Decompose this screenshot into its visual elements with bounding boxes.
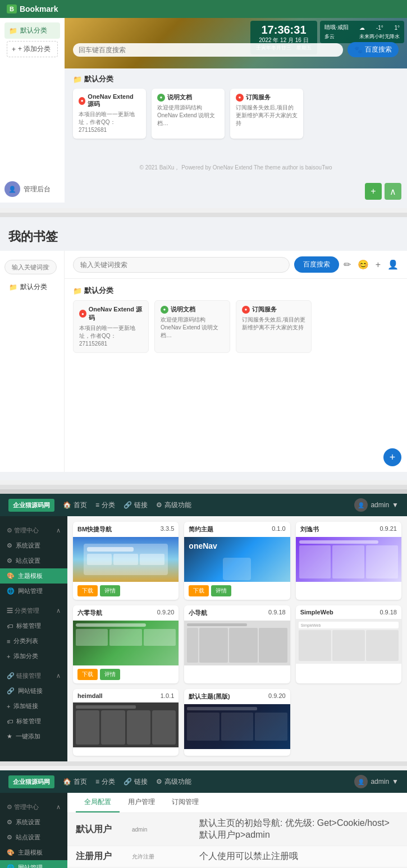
- admin4-row-defaultuser: 默认用户 admin 默认主页的初始导航: 优先级: Get>Cookie/ho…: [67, 813, 407, 846]
- admin4-nav-category[interactable]: ≡ 分类: [95, 777, 115, 787]
- s2-card-0-title: ● OneNav Extend 源码: [79, 305, 143, 322]
- admin4-user: 👤 admin ▼: [354, 775, 399, 788]
- admin3-sidebar-addcat[interactable]: + 添加分类: [0, 649, 67, 664]
- s2-baidu-btn[interactable]: 百度搜索: [294, 256, 339, 273]
- admin3-nav-advanced[interactable]: ⚙ 高级功能: [156, 500, 191, 510]
- s2-fab-btn[interactable]: +: [383, 448, 401, 466]
- admin4-sidebar-sysconfig[interactable]: ⚙ 系统设置: [0, 815, 67, 830]
- bookmark-logo-icon: B: [7, 4, 17, 13]
- admin3-nav-link[interactable]: 🔗 链接: [124, 500, 148, 510]
- admin3-sidebar-sitemanage[interactable]: 🌐 网站管理: [0, 584, 67, 599]
- s1-nav-default[interactable]: 📁 默认分类: [4, 22, 60, 39]
- s2-search-input[interactable]: [4, 260, 57, 274]
- gear-icon3: ⚙: [7, 819, 12, 826]
- admin4-value-defaultuser: 默认主页的初始导航: 优先级: Get>Cookie/host> 默认用户p>a…: [199, 818, 399, 841]
- divider-3: [0, 489, 407, 494]
- admin3-sidebar-sysconfig[interactable]: ⚙ 系统设置: [0, 538, 67, 553]
- s1-baidu-search-btn[interactable]: 🐾 百度搜索: [347, 42, 399, 57]
- theme-simpleweb-version: 0.9.18: [379, 609, 397, 616]
- admin3-sidebar-tags[interactable]: 🏷 标签管理: [0, 618, 67, 633]
- admin3-sidebar-tagmanage[interactable]: 🏷 标签管理: [0, 714, 67, 729]
- s2-edit-icon[interactable]: ✏: [344, 259, 351, 270]
- theme-sixnav-download-btn[interactable]: 下载: [77, 669, 98, 680]
- theme-card-sixnav-header: 六零导航 0.9.20: [73, 605, 179, 621]
- admin3-sidebar-quickadd[interactable]: ★ 一键添加: [0, 729, 67, 744]
- admin4-sidebar-sitemanage[interactable]: 🌐 网站管理: [0, 860, 67, 868]
- admin3-group-label-links[interactable]: 🔗 链接管理 ∧: [0, 668, 67, 683]
- theme-card-simple-header: 简约主题 0.1.0: [184, 522, 290, 537]
- admin4-sidebar-group-management: ⚙ 管理中心 ∧ ⚙ 系统设置 ⚙ 站点设置 🎨 主题模板 🌐 网站管理: [0, 797, 67, 868]
- theme-bm-detail-btn[interactable]: 评情: [100, 585, 120, 596]
- s1-add-category-btn[interactable]: + + 添加分类: [7, 41, 58, 57]
- admin4-tab-users[interactable]: 用户管理: [120, 793, 163, 812]
- weather-icon: ☁: [359, 25, 365, 31]
- admin3-sidebar-addlink[interactable]: + 添加链接: [0, 699, 67, 714]
- s1-card-0-title: ● OneNav Extend 源码: [79, 93, 140, 108]
- s2-add-icon[interactable]: +: [376, 260, 381, 270]
- add-cat-icon: +: [7, 653, 10, 660]
- s2-cards: ● OneNav Extend 源码 本项目的唯一一更新地址，作者QQ：2711…: [73, 300, 399, 353]
- tag-icon: 🏷: [7, 623, 13, 630]
- s2-card-1[interactable]: ● 说明文档 欢迎使用源码结构OneNav Extend 说明文档…: [154, 300, 230, 353]
- admin4-key-defaultuser: admin: [132, 826, 199, 833]
- s2-section-title-text: 默认分类: [84, 286, 113, 296]
- s2-nav-default[interactable]: 📁 默认分类: [4, 279, 60, 295]
- baidu-icon: 🐾: [354, 46, 363, 54]
- theme-card-bm: BM快捷导航 3.3.5: [73, 522, 179, 600]
- theme-liuyishi-preview: [296, 537, 401, 582]
- s1-avatar[interactable]: 👤 管理后台: [4, 181, 51, 197]
- s2-layout: 📁 默认分类 百度搜索 ✏ 😊 + 👤 📁 默认分: [0, 251, 407, 472]
- admin3-nav-category[interactable]: ≡ 分类: [95, 500, 115, 510]
- s1-section-heading: 📁 默认分类: [73, 74, 399, 84]
- theme-sixnav-detail-btn[interactable]: 评情: [100, 669, 120, 680]
- s1-card-2[interactable]: ● 订阅服务 订阅服务失效后,项目的更新维护离不开大家的支持: [230, 89, 303, 139]
- s2-user-icon[interactable]: 😊: [358, 259, 369, 270]
- theme-bm-download-btn[interactable]: 下载: [77, 585, 98, 596]
- admin3-sidebar-siteconfig[interactable]: ⚙ 站点设置: [0, 553, 67, 568]
- network-icon3: 🌐: [7, 864, 15, 868]
- theme-simple-detail-btn[interactable]: 评情: [211, 585, 231, 596]
- site-icon3: ⚙: [7, 834, 12, 841]
- admin3-group-label-management[interactable]: ⚙ 管理中心 ∧: [0, 523, 67, 538]
- link-list-icon: 🔗: [7, 687, 15, 695]
- s2-top-search-input[interactable]: [73, 257, 290, 273]
- s1-card-1[interactable]: ● 说明文档 欢迎使用源码结构OneNav Extend 说明文档…: [152, 89, 225, 139]
- admin4-sidebar-themes[interactable]: 🎨 主题模板: [0, 845, 67, 860]
- s1-sidebar: 📁 默认分类 + + 添加分类 👤 管理后台: [0, 18, 65, 203]
- theme-liuyishi-actions: [296, 582, 401, 589]
- s1-main: 17:36:31 2022 年 12 月 16 日 壬寅年冬月廿三 星期五 睛哦…: [65, 18, 407, 203]
- admin4-nav-home[interactable]: 🏠 首页: [63, 777, 87, 787]
- admin3-sidebar-catlist[interactable]: ≡ 分类列表: [0, 633, 67, 649]
- s2-title: 我的书签: [0, 226, 407, 251]
- s1-time: 17:36:31: [256, 24, 312, 36]
- theme-simpleweb-name: SimpleWeb: [300, 609, 333, 616]
- admin4-nav-link[interactable]: 🔗 链接: [124, 777, 148, 787]
- admin3-user-label: admin: [371, 501, 389, 509]
- admin4-sidebar-siteconfig[interactable]: ⚙ 站点设置: [0, 830, 67, 845]
- s1-card-2-title: ● 订阅服务: [236, 93, 298, 102]
- s2-card-2[interactable]: ● 订阅服务 订阅服务失效后,项目的更新维护离不开大家的支持: [236, 300, 312, 353]
- admin4-group-label-management[interactable]: ⚙ 管理中心 ∧: [0, 800, 67, 815]
- theme-simple-download-btn[interactable]: 下载: [189, 585, 209, 596]
- s1-fab-plus[interactable]: +: [365, 183, 382, 200]
- s2-card-0-text: 本项目的唯一一更新地址，作者QQ：271152681: [79, 324, 143, 348]
- s2-card-1-text: 欢迎使用源码结构OneNav Extend 说明文档…: [161, 316, 224, 339]
- divider-2: [0, 485, 407, 489]
- admin3-sidebar-themes[interactable]: 🎨 主题模板: [0, 568, 67, 584]
- s1-hero: 17:36:31 2022 年 12 月 16 日 壬寅年冬月廿三 星期五 睛哦…: [65, 18, 407, 68]
- s2-settings-icon[interactable]: 👤: [387, 259, 399, 270]
- s1-fab-up[interactable]: ∧: [385, 183, 401, 200]
- admin4-nav: 🏠 首页 ≡ 分类 🔗 链接 ⚙ 高级功能: [63, 777, 191, 787]
- s1-card-2-icon: ●: [236, 94, 244, 102]
- admin3-group-label-category[interactable]: ☰ 分类管理 ∧: [0, 603, 67, 618]
- s1-card-0[interactable]: ● OneNav Extend 源码 本项目的唯一一更新地址，作者QQ：2711…: [73, 89, 146, 139]
- s2-card-0[interactable]: ● OneNav Extend 源码 本项目的唯一一更新地址，作者QQ：2711…: [73, 300, 149, 353]
- admin4-nav-advanced[interactable]: ⚙ 高级功能: [156, 777, 191, 787]
- admin4-label-defaultuser: 默认用户: [76, 824, 132, 835]
- admin3-nav-home[interactable]: 🏠 首页: [63, 500, 87, 510]
- s1-search-input[interactable]: [73, 43, 343, 57]
- admin4-tab-global[interactable]: 全局配置: [76, 793, 120, 812]
- admin4-tab-subscriptions[interactable]: 订阅管理: [163, 793, 207, 812]
- theme-icon3: 🎨: [7, 849, 15, 856]
- admin3-sidebar-linklist[interactable]: 🔗 网站链接: [0, 683, 67, 699]
